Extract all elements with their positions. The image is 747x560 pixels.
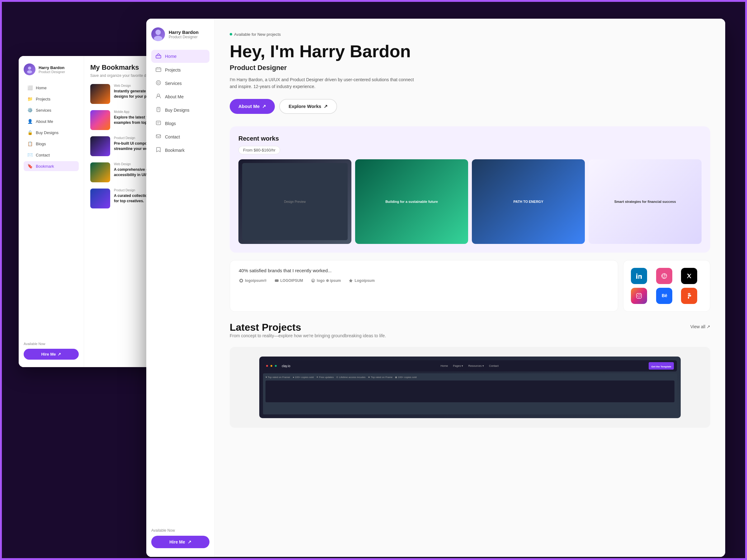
hire-me-button-front[interactable]: Hire Me ↗: [151, 536, 209, 548]
nav-label-bookmark-back: Bookmark: [36, 164, 54, 169]
work-card-text-3: PATH TO ENERGY: [514, 200, 543, 204]
work-card-text-2: Building for a sustainable future: [385, 200, 438, 204]
nav-label-projects-back: Projects: [36, 97, 50, 101]
nav-label-contact-front: Contact: [165, 134, 180, 139]
arrow-icon-back: ↗: [58, 352, 61, 356]
contact-icon-front: [156, 133, 161, 140]
mockup-cta: Get the Template: [649, 362, 673, 370]
mockup-nav: clay.io Home Pages ▾ Resources ▾ Contact…: [263, 360, 677, 371]
sidebar-item-buy-front[interactable]: Buy Designs: [151, 104, 209, 116]
mockup-nav-pages: Pages ▾: [453, 364, 463, 367]
nav-label-home-front: Home: [165, 54, 177, 59]
twitter-button[interactable]: [681, 268, 697, 284]
contact-icon-back: ✉️: [27, 153, 33, 157]
buy-icon-front: [156, 107, 161, 113]
brand-logo-4: Logoipsum: [348, 278, 375, 283]
profile-name-back: Harry Bardon: [38, 65, 65, 70]
recent-works-title: Recent works: [238, 135, 701, 142]
work-card-text-4: Smart strategies for financial success: [614, 200, 676, 204]
sidebar-item-about-front[interactable]: About Me: [151, 90, 209, 103]
bottom-row: 40% satisfied brands that I recently wor…: [230, 260, 710, 312]
profile-name-front: Harry Bardon: [169, 30, 199, 35]
figma-button[interactable]: [681, 288, 697, 304]
status-badge: Available for New projects: [230, 32, 281, 37]
available-label-front: Available Now: [151, 528, 209, 533]
sidebar-item-about-back[interactable]: 👤 About Me: [24, 116, 79, 126]
svg-point-19: [662, 273, 667, 278]
sidebar-item-bookmark-front[interactable]: Bookmark: [151, 144, 209, 157]
svg-point-3: [154, 36, 162, 41]
hire-me-button-back[interactable]: Hire Me ↗: [24, 349, 79, 359]
brands-tagline: 40% satisfied brands that I recently wor…: [239, 268, 609, 273]
work-card-4[interactable]: Smart strategies for financial success: [589, 159, 701, 244]
svg-point-2: [155, 30, 161, 35]
sidebar-back: Harry Bardon Product Designer ⬜ Home 📁 P…: [19, 56, 84, 367]
nav-label-home-back: Home: [36, 85, 47, 90]
svg-point-21: [638, 295, 640, 297]
mockup-body: ♥ Top rated on Framer ● 100+ copies sold…: [263, 373, 677, 415]
sidebar-item-blogs-front[interactable]: Blogs: [151, 117, 209, 130]
svg-rect-26: [688, 297, 689, 299]
sidebar-front: Harry Bardon Product Designer Home Proje…: [146, 19, 215, 557]
sidebar-item-contact-back[interactable]: ✉️ Contact: [24, 150, 79, 160]
nav-label-services-front: Services: [165, 81, 182, 86]
svg-rect-5: [156, 68, 161, 72]
brands-row: logoipsum® LOGOIPSUM ⊕ logo ⊕ ipsum Logo…: [239, 278, 609, 283]
svg-point-27: [690, 295, 691, 296]
latest-projects-header: Latest Projects From concept to reality—…: [230, 322, 710, 344]
sidebar-item-contact-front[interactable]: Contact: [151, 130, 209, 143]
mockup-nav-contact: Contact: [489, 364, 499, 367]
sidebar-item-blogs-back[interactable]: 📋 Blogs: [24, 139, 79, 149]
profile-role-back: Product Designer: [38, 70, 65, 74]
avatar-back: [24, 63, 35, 75]
buy-icon-back: 🔒: [27, 130, 33, 135]
close-dot: [266, 365, 268, 367]
brand-logo-3: ⊕ logo ⊕ ipsum: [311, 278, 341, 283]
arrow-icon-about: ↗: [262, 104, 266, 109]
svg-point-6: [156, 81, 161, 85]
svg-rect-17: [636, 275, 638, 279]
sidebar-item-services-front[interactable]: Services: [151, 77, 209, 89]
blogs-icon-back: 📋: [27, 141, 33, 146]
dribbble-button[interactable]: [656, 268, 672, 284]
work-card-3[interactable]: PATH TO ENERGY: [472, 159, 585, 244]
sidebar-item-buy-back[interactable]: 🔒 Buy Designs: [24, 128, 79, 137]
brand-logo-2: LOGOIPSUM: [274, 278, 303, 283]
arrow-icon-explore: ↗: [324, 104, 328, 109]
brands-section: 40% satisfied brands that I recently wor…: [230, 260, 618, 312]
nav-label-blogs-front: Blogs: [165, 121, 176, 126]
explore-works-button[interactable]: Explore Works ↗: [279, 99, 337, 114]
about-icon-front: [156, 93, 161, 100]
project-preview: clay.io Home Pages ▾ Resources ▾ Contact…: [230, 347, 710, 428]
work-card-1[interactable]: Design Preview: [238, 159, 352, 244]
sidebar-item-services-back[interactable]: ⚙️ Services: [24, 105, 79, 115]
sidebar-item-home-front[interactable]: Home: [151, 50, 209, 63]
nav-label-about-back: About Me: [36, 119, 53, 124]
bookmark-icon-front: [156, 147, 161, 153]
recent-works-section: Recent works From $80-$160/hr Design Pre…: [230, 126, 710, 252]
mockup-hero-area: [265, 380, 674, 402]
view-all-link[interactable]: View all ↗: [690, 324, 710, 329]
projects-icon-front: [156, 66, 161, 73]
bookmark-thumb-5: [90, 189, 110, 209]
mockup-logo-text: clay.io: [282, 364, 290, 368]
sidebar-item-projects-back[interactable]: 📁 Projects: [24, 94, 79, 104]
profile-front: Harry Bardon Product Designer: [151, 27, 209, 41]
linkedin-button[interactable]: [631, 268, 647, 284]
arrow-icon-hire: ↗: [188, 539, 191, 544]
svg-rect-9: [157, 107, 160, 112]
sidebar-item-projects-front[interactable]: Projects: [151, 63, 209, 76]
work-card-2[interactable]: Building for a sustainable future: [355, 159, 468, 244]
about-icon-back: 👤: [27, 119, 33, 124]
bookmark-thumb-1: [90, 84, 110, 104]
sidebar-item-bookmark-back[interactable]: 🔖 Bookmark: [24, 161, 79, 171]
available-section-back: Available Now Hire Me ↗: [24, 336, 79, 359]
sidebar-item-home-back[interactable]: ⬜ Home: [24, 83, 79, 93]
about-me-button[interactable]: About Me ↗: [230, 99, 275, 114]
behance-button[interactable]: Bē: [656, 288, 672, 304]
svg-text:Bē: Bē: [662, 293, 667, 298]
project-mockup: clay.io Home Pages ▾ Resources ▾ Contact…: [259, 356, 681, 418]
profile-role-front: Product Designer: [169, 35, 199, 39]
instagram-button[interactable]: [631, 288, 647, 304]
svg-rect-11: [156, 135, 161, 138]
